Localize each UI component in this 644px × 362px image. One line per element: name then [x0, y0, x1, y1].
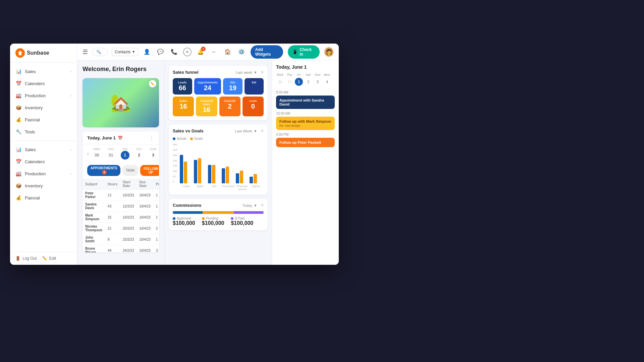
menu-icon[interactable]: ☰: [83, 48, 88, 56]
sales2-icon: 📊: [15, 146, 21, 153]
cal-day-3[interactable]: Sun 3: [147, 147, 159, 160]
message-icon[interactable]: 💬: [156, 47, 165, 57]
mini-cal-fri-label: Fri: [295, 73, 303, 76]
sidebar-item-sales[interactable]: 📊 Sales ›: [10, 65, 77, 77]
x-label-proposal: Proposal Issued: [236, 185, 249, 191]
sidebar-item-production2[interactable]: 🏭 Production ›: [10, 168, 77, 180]
comm-paid-segment: [234, 211, 264, 214]
logo-icon: [15, 48, 25, 58]
cal-day-1[interactable]: Fri 1: [119, 147, 131, 160]
comm-paid-value: $100,000: [231, 220, 253, 226]
calendars2-icon: 📅: [15, 159, 21, 165]
goals-close-icon[interactable]: ✕: [261, 129, 264, 133]
bar-presented-actual: [222, 168, 225, 183]
add-button[interactable]: +: [183, 48, 192, 56]
funnel-close-icon[interactable]: ✕: [261, 70, 264, 74]
appointments-table: Subject Hours Start Date Due Date Priori…: [83, 179, 159, 252]
more-options-icon[interactable]: ⋮: [149, 135, 154, 141]
comm-pending: Pending $100,000: [202, 217, 224, 226]
comm-paid-dot: [231, 217, 233, 220]
phone-icon[interactable]: 📞: [169, 47, 178, 57]
calendar-row: ‹ Wed 30 Thu 31 Fri 1: [83, 145, 159, 162]
notification-icon[interactable]: 🔔 1: [196, 47, 205, 57]
table-row[interactable]: Bruno Wayne 44 24/2/23 10/4/23 3 Stalled: [83, 245, 159, 253]
sales-goals-header: Sales vs Goals Last Week ▼ ✕: [173, 128, 264, 133]
calendar-prev-button[interactable]: ‹: [87, 151, 89, 156]
commissions-period[interactable]: Today ▼ ✕: [243, 203, 264, 207]
logout-button[interactable]: 🚪 Log Out: [15, 256, 37, 261]
sidebar-item-calendars[interactable]: 📅 Calenders: [10, 77, 77, 89]
production-icon: 🏭: [15, 93, 21, 99]
x-label-sits: Sits: [208, 185, 221, 191]
comm-pending-dot: [202, 217, 205, 220]
funnel-grid-row2: Sales 16 Assisted sales 16 Cancels 2 L: [173, 97, 264, 116]
event-followup-mark[interactable]: Follow up with Mark Simpson Re: new desi…: [276, 117, 335, 130]
comm-paid: $ Paid $100,000: [231, 217, 253, 226]
bar-proposal-goal: [240, 171, 243, 183]
mini-cal-4[interactable]: 4: [323, 78, 331, 86]
sales-funnel-period[interactable]: Last week ▼ ✕: [236, 70, 264, 74]
table-row[interactable]: Sandra Davis 43 12/2/23 10/4/23 1 Pendin…: [83, 201, 159, 212]
cell-hours: 21: [105, 223, 120, 234]
tab-followup[interactable]: FOLLOW UP: [140, 165, 159, 176]
mini-cal-3[interactable]: 3: [314, 78, 322, 86]
tab-appointments[interactable]: APPOINTMENTS 3: [87, 165, 120, 176]
settings-icon[interactable]: ⚙️: [237, 47, 246, 57]
event-1000: 10:00 AM Follow up with Mark Simpson Re:…: [276, 112, 335, 130]
sidebar-item-inventory[interactable]: 📦 Inventory: [10, 102, 77, 114]
mini-cal-30[interactable]: 30: [276, 78, 284, 86]
house-icon: 🏡: [110, 93, 131, 113]
profile-banner: 🏡 ✏️: [83, 78, 159, 127]
sidebar-item-production[interactable]: 🏭 Production ›: [10, 89, 77, 102]
cell-subject: Peter Parker: [83, 190, 105, 201]
back-icon[interactable]: ←: [210, 47, 219, 57]
mini-cal-1[interactable]: 1: [295, 78, 303, 86]
table-row[interactable]: Peter Parker 12 10/2/23 10/4/23 1 Pendin…: [83, 190, 159, 201]
sidebar-item-inventory2[interactable]: 📦 Inventory: [10, 180, 77, 192]
sidebar-item-sales2[interactable]: 📊 Sales ›: [10, 143, 77, 156]
sales-goals-period[interactable]: Last Week ▼ ✕: [235, 129, 264, 133]
sales-chevron: ›: [70, 70, 71, 73]
sidebar-item-calendars2[interactable]: 📅 Calenders: [10, 156, 77, 168]
user-icon[interactable]: 👤: [142, 47, 151, 57]
sidebar-item-tools[interactable]: 🔧 Tools: [10, 126, 77, 138]
sidebar-item-financial2[interactable]: 💰 Fiancial: [10, 192, 77, 204]
bar-sits-actual: [208, 165, 211, 183]
event-followup-peter[interactable]: Follow up Peter Packett: [276, 138, 335, 147]
sidebar-sales2-label: Sales: [25, 147, 36, 152]
tab-task[interactable]: TASK: [122, 165, 138, 176]
bar-sits-goal: [212, 165, 215, 183]
contacts-dropdown[interactable]: Contacts ▼: [112, 48, 138, 56]
checkin-button[interactable]: 📱 Check In: [288, 45, 320, 59]
today-card: Today, June 1 📅 ⋮ ‹ Wed 30 Thu: [83, 131, 159, 252]
cal-day-31[interactable]: Thu 31: [105, 147, 117, 160]
col-subject: Subject: [83, 179, 105, 190]
cell-due: 10/4/23: [137, 234, 153, 245]
chart-bars: [178, 143, 264, 183]
sales-icon: 📊: [15, 68, 21, 74]
table-row[interactable]: Mark Simpson 32 10/2/23 10/4/23 1 Comple…: [83, 212, 159, 223]
add-widgets-button[interactable]: Add Widgets: [251, 45, 283, 59]
checkin-label: Check In: [300, 47, 315, 57]
commissions-close-icon[interactable]: ✕: [261, 203, 264, 207]
edit-button[interactable]: ✏️ Edit: [42, 256, 56, 261]
commissions-header: Commissions Today ▼ ✕: [173, 203, 264, 208]
bar-appts-goal: [198, 158, 201, 183]
mini-cal-2[interactable]: 2: [304, 78, 312, 86]
table-row[interactable]: Nicolas Thompson 21 20/2/23 10/4/23 2 Co…: [83, 223, 159, 234]
sidebar-production2-label: Production: [25, 171, 46, 176]
bar-group-sits: [208, 165, 221, 183]
mini-cal-31[interactable]: 31: [285, 78, 293, 86]
funnel-sales: Sales 16: [173, 97, 194, 116]
user-avatar[interactable]: 👩: [324, 47, 333, 57]
goals-period-chevron-icon: ▼: [254, 129, 257, 133]
home-icon[interactable]: 🏠: [223, 47, 232, 57]
sidebar-item-financial[interactable]: 💰 Fiancial: [10, 114, 77, 126]
sales-vs-goals-widget: Sales vs Goals Last Week ▼ ✕ Actual: [169, 124, 268, 195]
event-930: 9:30 AM Appointment with Sandra David: [276, 90, 335, 109]
cal-day-30[interactable]: Wed 30: [91, 147, 103, 160]
table-row[interactable]: John Smith 8 23/2/23 10/4/23 1 Stalled: [83, 234, 159, 245]
cal-day-2[interactable]: Sat 2: [133, 147, 145, 160]
event-appointment-sandra[interactable]: Appointment with Sandra David: [276, 96, 335, 109]
profile-edit-button[interactable]: ✏️: [149, 80, 156, 87]
